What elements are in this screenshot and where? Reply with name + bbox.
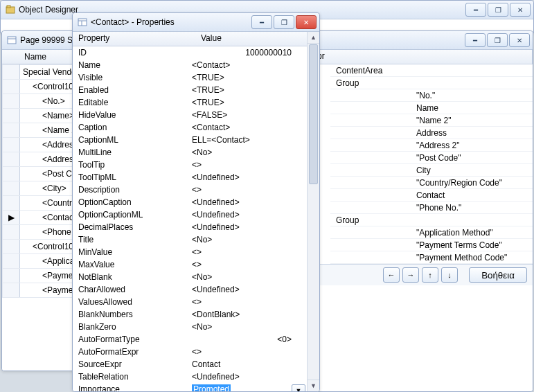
grid-cell-subtype[interactable] <box>330 177 411 189</box>
grid-cell-subtype[interactable] <box>330 239 411 251</box>
grid-cell-sourceexpr[interactable] <box>411 64 533 77</box>
scroll-thumb[interactable] <box>309 44 318 184</box>
tree-row-marker <box>3 94 20 109</box>
props-close-button[interactable]: ✕ <box>296 15 317 29</box>
props-col-property[interactable]: Property <box>73 32 195 46</box>
nav-right-button[interactable]: → <box>402 267 419 283</box>
prop-value[interactable]: <Undefined> <box>189 210 307 220</box>
grid-cell-subtype[interactable]: ContentArea <box>330 64 411 77</box>
grid-cell-subtype[interactable] <box>330 226 411 239</box>
grid-cell-sourceexpr[interactable]: Contact <box>411 189 533 202</box>
svg-rect-1 <box>7 6 10 8</box>
tree-row-marker <box>3 80 20 94</box>
grid-cell-sourceexpr[interactable]: "Address 2" <box>411 139 533 152</box>
grid-cell-sourceexpr[interactable] <box>411 77 533 89</box>
grid-cell-subtype[interactable] <box>330 152 411 164</box>
props-min-button[interactable]: ━ <box>251 15 272 29</box>
props-rows: ID1000000010Name<Contact>Visible<TRUE>En… <box>73 46 307 391</box>
tree-row-marker <box>3 254 20 269</box>
prop-value[interactable]: 1000000010 <box>189 48 307 57</box>
dropdown-button[interactable]: ▼ <box>292 384 305 391</box>
prop-value[interactable]: <> <box>189 160 307 170</box>
prop-value[interactable]: <No> <box>189 272 307 282</box>
prop-name: BlankNumbers <box>73 310 189 319</box>
prop-value[interactable]: <TRUE> <box>189 98 307 107</box>
prop-value[interactable]: <> <box>189 347 307 357</box>
prop-name: ToolTipML <box>73 172 189 182</box>
prop-name: MaxValue <box>73 260 189 269</box>
prop-value[interactable]: Contact <box>189 359 307 369</box>
prop-value[interactable]: <Undefined> <box>189 372 307 382</box>
grid-cell-subtype[interactable] <box>330 102 411 114</box>
prop-value[interactable]: <Undefined> <box>189 197 307 207</box>
tree-row-marker: ▶ <box>3 211 20 225</box>
tree-row-marker <box>3 65 20 80</box>
grid-cell-sourceexpr[interactable]: "Name 2" <box>411 114 533 127</box>
nav-down-button[interactable]: ↓ <box>441 267 458 283</box>
tree-row-marker <box>3 196 20 211</box>
nav-up-button[interactable]: ↑ <box>422 267 438 283</box>
prop-value[interactable]: <Undefined> <box>189 172 307 182</box>
grid-cell-subtype[interactable] <box>330 164 411 177</box>
grid-cell-sourceexpr[interactable]: "Post Code" <box>411 152 533 164</box>
grid-cell-subtype[interactable] <box>330 202 411 214</box>
prop-value[interactable]: <No> <box>189 322 307 332</box>
right-min-button[interactable]: ━ <box>465 33 486 47</box>
right-restore-button[interactable]: ❐ <box>487 33 508 47</box>
prop-name: Visible <box>73 73 189 82</box>
grid-cell-subtype[interactable] <box>330 139 411 152</box>
prop-value[interactable]: <No> <box>189 235 307 244</box>
nav-left-button[interactable]: ← <box>383 267 400 283</box>
grid-cell-subtype[interactable] <box>330 114 411 127</box>
prop-value[interactable]: Promoted▼ <box>189 384 307 391</box>
grid-cell-sourceexpr[interactable]: Name <box>411 102 533 114</box>
bg-min-button[interactable]: ━ <box>465 3 486 17</box>
props-window-title: <Contact> - Properties <box>91 17 251 27</box>
prop-value[interactable]: <> <box>189 247 307 257</box>
bg-restore-button[interactable]: ❐ <box>488 3 508 17</box>
grid-cell-sourceexpr[interactable] <box>411 214 533 226</box>
tree-row-marker <box>3 269 20 283</box>
prop-name: TableRelation <box>73 372 189 382</box>
prop-value[interactable]: <> <box>189 185 307 195</box>
prop-value[interactable]: ELL=<Contact> <box>189 135 307 145</box>
props-scrollbar[interactable]: ▲ ▼ <box>307 32 319 391</box>
grid-cell-sourceexpr[interactable]: "Payment Terms Code" <box>411 239 533 251</box>
scroll-up-icon[interactable]: ▲ <box>308 32 319 44</box>
grid-cell-sourceexpr[interactable]: "Country/Region Code" <box>411 177 533 189</box>
prop-value[interactable]: <Contact> <box>189 60 307 70</box>
prop-value[interactable]: <Undefined> <box>189 222 307 232</box>
grid-cell-sourceexpr[interactable]: "Application Method" <box>411 226 533 239</box>
grid-cell-sourceexpr[interactable]: "No." <box>411 89 533 102</box>
prop-value[interactable]: <DontBlank> <box>189 310 307 319</box>
prop-name: NotBlank <box>73 272 189 282</box>
props-restore-button[interactable]: ❐ <box>274 15 294 29</box>
prop-value[interactable]: <TRUE> <box>189 85 307 95</box>
grid-cell-sourceexpr[interactable]: "Phone No." <box>411 202 533 214</box>
tree-row-marker <box>3 138 20 152</box>
grid-cell-sourceexpr[interactable]: Address <box>411 127 533 139</box>
grid-cell-subtype[interactable] <box>330 89 411 102</box>
grid-cell-sourceexpr[interactable]: "Payment Method Code" <box>411 251 533 264</box>
prop-value[interactable]: <No> <box>189 148 307 157</box>
grid-cell-subtype[interactable]: Group <box>330 214 411 226</box>
grid-cell-sourceexpr[interactable]: City <box>411 164 533 177</box>
prop-value[interactable]: <Contact> <box>189 123 307 132</box>
bg-close-button[interactable]: ✕ <box>510 3 531 17</box>
prop-value[interactable]: <0> <box>189 335 307 344</box>
prop-value[interactable]: <TRUE> <box>189 73 307 82</box>
scroll-down-icon[interactable]: ▼ <box>308 380 319 391</box>
prop-value[interactable]: <> <box>189 260 307 269</box>
tree-row-marker <box>3 167 20 181</box>
props-col-value[interactable]: Value <box>195 32 307 46</box>
help-button[interactable]: Βοήθεια <box>469 267 527 283</box>
grid-cell-subtype[interactable]: Group <box>330 77 411 89</box>
prop-value[interactable]: <FALSE> <box>189 110 307 120</box>
prop-value[interactable]: <> <box>189 297 307 307</box>
right-close-button[interactable]: ✕ <box>509 33 530 47</box>
grid-cell-subtype[interactable] <box>330 251 411 264</box>
prop-value[interactable]: <Undefined> <box>189 285 307 294</box>
prop-name: CharAllowed <box>73 285 189 294</box>
grid-cell-subtype[interactable] <box>330 189 411 202</box>
grid-cell-subtype[interactable] <box>330 127 411 139</box>
